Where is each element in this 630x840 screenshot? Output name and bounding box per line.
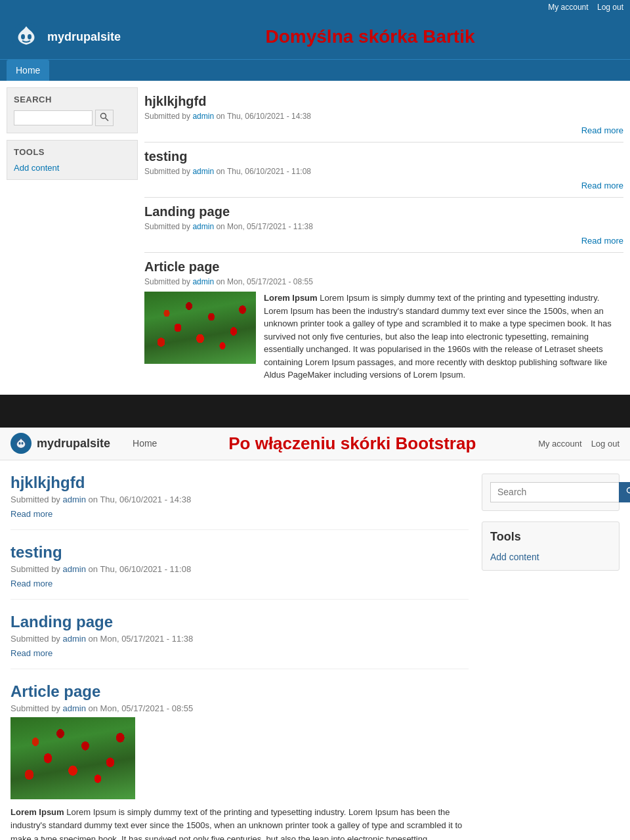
bartik-nav-home[interactable]: Home xyxy=(7,60,49,81)
bootstrap-article-3-read-more: Read more xyxy=(10,648,469,658)
bootstrap-search-form xyxy=(490,482,611,502)
bootstrap-article-2-read-more: Read more xyxy=(10,578,469,588)
bartik-article-3-read-more-link[interactable]: Read more xyxy=(581,236,623,246)
bartik-article-1-read-more-link[interactable]: Read more xyxy=(581,125,623,135)
bootstrap-tools-block: Tools Add content xyxy=(482,521,620,571)
bartik-logout-link[interactable]: Log out xyxy=(597,3,623,12)
svg-point-8 xyxy=(627,487,631,493)
bootstrap-sidebar: Tools Add content xyxy=(482,474,620,841)
bartik-article-3-author[interactable]: admin xyxy=(192,222,214,231)
bartik-search-input[interactable] xyxy=(14,110,93,125)
bartik-article-3: Landing page Submitted by admin on Mon, … xyxy=(144,198,623,253)
bootstrap-article-3-title-link[interactable]: Landing page xyxy=(10,613,113,630)
bootstrap-article-3-author[interactable]: admin xyxy=(63,634,86,644)
bootstrap-article-1-author[interactable]: admin xyxy=(63,495,86,504)
bartik-search-form xyxy=(14,110,131,126)
bartik-logo[interactable]: mydrupalsite xyxy=(10,21,121,53)
bootstrap-article-3-read-more-link[interactable]: Read more xyxy=(10,648,52,658)
bartik-sidebar: Search Tools Add content xyxy=(7,87,138,388)
bartik-article-1-author[interactable]: admin xyxy=(192,112,214,121)
bartik-title-center: Domyślna skórka Bartik xyxy=(121,26,620,47)
bootstrap-article-2-title-link[interactable]: testing xyxy=(10,543,62,561)
bartik-article-1-read-more: Read more xyxy=(144,125,623,135)
bootstrap-article-1-title: hjklkjhgfd xyxy=(10,474,469,492)
bootstrap-theme-section: mydrupalsite Home Po włączeniu skórki Bo… xyxy=(0,428,630,841)
bootstrap-article-4-body: Lorem Ipsum Lorem Ipsum is simply dummy … xyxy=(10,806,469,841)
bartik-search-block: Search xyxy=(7,87,138,133)
bartik-search-button[interactable] xyxy=(95,110,114,126)
bootstrap-article-2-title: testing xyxy=(10,543,469,562)
svg-point-3 xyxy=(101,114,106,119)
bootstrap-tools-title: Tools xyxy=(490,530,611,544)
bootstrap-navbar-right: My account Log out xyxy=(538,439,620,449)
bartik-site-name: mydrupalsite xyxy=(47,30,121,44)
bootstrap-nav-home[interactable]: Home xyxy=(123,428,166,458)
bartik-article-4-author[interactable]: admin xyxy=(192,277,214,286)
bartik-article-2-read-more: Read more xyxy=(144,180,623,190)
bartik-article-3-read-more: Read more xyxy=(144,235,623,246)
bootstrap-title-center: Po włączeniu skórki Bootstrap xyxy=(166,433,538,454)
bootstrap-article-1: hjklkjhgfd Submitted by admin on Thu, 06… xyxy=(10,474,469,530)
bartik-article-4-title: Article page xyxy=(144,259,623,275)
bootstrap-search-button[interactable] xyxy=(619,482,630,502)
bootstrap-article-1-submitted: Submitted by admin on Thu, 06/10/2021 - … xyxy=(10,495,469,504)
bartik-article-2-title: testing xyxy=(144,149,623,164)
bartik-main: hjklkjhgfd Submitted by admin on Thu, 06… xyxy=(144,87,623,388)
bootstrap-article-4-title: Article page xyxy=(10,682,469,701)
bootstrap-navbar: mydrupalsite Home Po włączeniu skórki Bo… xyxy=(0,428,630,460)
bartik-page-title: Domyślna skórka Bartik xyxy=(266,26,475,47)
bootstrap-brand[interactable]: mydrupalsite xyxy=(10,433,110,454)
bootstrap-main: hjklkjhgfd Submitted by admin on Thu, 06… xyxy=(10,474,469,841)
bootstrap-article-2: testing Submitted by admin on Thu, 06/10… xyxy=(10,543,469,600)
bartik-article-2-read-more-link[interactable]: Read more xyxy=(581,181,623,190)
bootstrap-article-3-title: Landing page xyxy=(10,613,469,631)
svg-line-4 xyxy=(106,118,109,122)
bartik-article-3-title: Landing page xyxy=(144,204,623,219)
bartik-article-4-submitted: Submitted by admin on Mon, 05/17/2021 - … xyxy=(144,277,623,286)
bootstrap-search-block xyxy=(482,474,620,511)
search-icon xyxy=(626,487,630,496)
bartik-topbar: My account Log out xyxy=(0,0,630,14)
bartik-theme-section: My account Log out mydrupalsite Domyślna… xyxy=(0,0,630,395)
bartik-add-content-link[interactable]: Add content xyxy=(14,163,59,173)
bootstrap-article-4: Article page Submitted by admin on Mon, … xyxy=(10,682,469,841)
drupal-logo-icon xyxy=(10,21,42,53)
svg-point-1 xyxy=(21,34,25,39)
search-icon xyxy=(100,112,109,122)
bootstrap-article-1-read-more: Read more xyxy=(10,508,469,519)
bootstrap-article-thumbnail xyxy=(10,717,135,799)
bootstrap-content-area: hjklkjhgfd Submitted by admin on Thu, 06… xyxy=(0,460,630,841)
bootstrap-logout-link[interactable]: Log out xyxy=(591,439,620,449)
svg-point-2 xyxy=(28,34,32,39)
bartik-article-2-author[interactable]: admin xyxy=(192,167,214,176)
bootstrap-article-4-title-link[interactable]: Article page xyxy=(10,682,100,700)
bootstrap-article-2-submitted: Submitted by admin on Thu, 06/10/2021 - … xyxy=(10,564,469,574)
bartik-article-4-text: Lorem Ipsum Lorem Ipsum is simply dummy … xyxy=(264,292,623,382)
bartik-my-account-link[interactable]: My account xyxy=(548,3,588,12)
svg-point-6 xyxy=(19,442,21,445)
bootstrap-article-2-author[interactable]: admin xyxy=(63,564,86,574)
bartik-header: mydrupalsite Domyślna skórka Bartik xyxy=(0,14,630,59)
bootstrap-search-input[interactable] xyxy=(490,482,619,502)
bootstrap-article-4-author[interactable]: admin xyxy=(63,703,86,713)
svg-point-7 xyxy=(22,442,24,445)
bartik-article-3-submitted: Submitted by admin on Mon, 05/17/2021 - … xyxy=(144,222,623,231)
theme-divider xyxy=(0,395,630,428)
bartik-article-2: testing Submitted by admin on Thu, 06/10… xyxy=(144,143,623,198)
bartik-tools-block: Tools Add content xyxy=(7,140,138,180)
bootstrap-page-title: Po włączeniu skórki Bootstrap xyxy=(228,433,476,453)
bootstrap-article-3-submitted: Submitted by admin on Mon, 05/17/2021 - … xyxy=(10,634,469,644)
bootstrap-brand-icon xyxy=(10,433,32,454)
bootstrap-my-account-link[interactable]: My account xyxy=(538,439,581,449)
bartik-article-1: hjklkjhgfd Submitted by admin on Thu, 06… xyxy=(144,87,623,143)
bootstrap-add-content-link[interactable]: Add content xyxy=(490,552,539,562)
bootstrap-article-2-read-more-link[interactable]: Read more xyxy=(10,579,52,588)
bootstrap-nav: Home xyxy=(123,428,166,458)
bartik-tools-title: Tools xyxy=(14,147,131,157)
bootstrap-article-1-title-link[interactable]: hjklkjhgfd xyxy=(10,474,85,491)
bartik-article-1-submitted: Submitted by admin on Thu, 06/10/2021 - … xyxy=(144,112,623,121)
bootstrap-article-1-read-more-link[interactable]: Read more xyxy=(10,509,52,519)
bartik-search-block-title: Search xyxy=(14,95,131,104)
bootstrap-site-name: mydrupalsite xyxy=(37,437,110,451)
bartik-article-4: Article page Submitted by admin on Mon, … xyxy=(144,253,623,388)
